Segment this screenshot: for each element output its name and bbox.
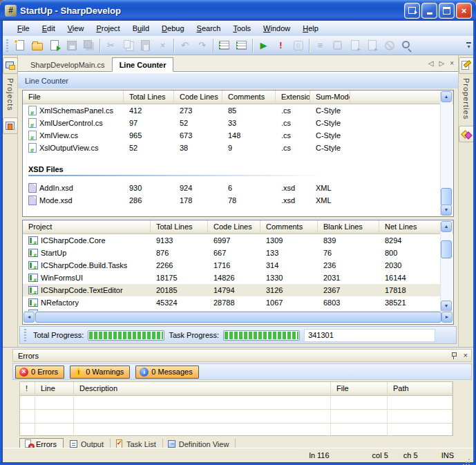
scroll-up-icon[interactable]: ▲ bbox=[441, 221, 452, 232]
scroll-down-icon[interactable]: ▼ bbox=[441, 205, 452, 216]
paste-icon bbox=[137, 38, 153, 53]
next-tab-icon[interactable]: ▷ bbox=[439, 59, 444, 67]
file-cell: .xsd bbox=[276, 194, 310, 207]
menu-item-edit[interactable]: Edit bbox=[36, 22, 61, 35]
file-cell: C-Style bbox=[310, 142, 350, 154]
column-header-project[interactable]: Project bbox=[23, 220, 151, 234]
errors-close-icon[interactable]: × bbox=[464, 352, 468, 359]
filter-button-label: 0 Errors bbox=[31, 368, 58, 376]
project-row[interactable]: ICSharpCode.TextEditor201851479431262367… bbox=[23, 284, 441, 296]
file-cell: 930 bbox=[124, 182, 174, 194]
column-header-total-lines[interactable]: Total Lines bbox=[124, 91, 174, 104]
close-tab-icon[interactable]: × bbox=[450, 59, 454, 67]
project-table-hscrollbar[interactable]: ◄ ► bbox=[23, 311, 453, 323]
column-header-code-lines[interactable]: Code Lines bbox=[208, 220, 260, 234]
project-row[interactable]: WinFormsUI18175148261330203116144 bbox=[23, 272, 441, 284]
uncomment-region-icon[interactable] bbox=[234, 38, 249, 53]
resize-grip[interactable] bbox=[461, 452, 471, 462]
new-from-template-icon[interactable] bbox=[46, 38, 62, 53]
title-bar[interactable]: # StartUp - SharpDevelop × bbox=[0, 0, 476, 21]
scroll-right-icon[interactable]: ► bbox=[441, 312, 453, 323]
project-name: NRefactory bbox=[41, 296, 79, 309]
column-header-file[interactable]: File bbox=[23, 91, 124, 104]
column-header-comments[interactable]: Comments bbox=[222, 91, 276, 104]
project-name: ICSharpCode.TextEditor bbox=[41, 284, 123, 296]
maximize-button[interactable] bbox=[439, 3, 455, 19]
properties-pad-label[interactable]: Properties bbox=[462, 78, 470, 120]
column-header-total-lines[interactable]: Total Lines bbox=[151, 220, 208, 234]
menu-item-help[interactable]: Help bbox=[296, 22, 325, 35]
menu-item-file[interactable]: File bbox=[11, 22, 36, 35]
run-icon[interactable]: ▶ bbox=[256, 38, 272, 53]
menu-item-tools[interactable]: Tools bbox=[227, 22, 257, 35]
filter-button-0-errors[interactable]: 0 Errors bbox=[15, 366, 64, 379]
projects-pad-tab[interactable] bbox=[3, 57, 18, 74]
minimize-button[interactable] bbox=[421, 3, 437, 19]
prev-tab-icon[interactable]: ◁ bbox=[428, 59, 434, 67]
open-file-icon[interactable] bbox=[29, 38, 45, 53]
project-table-scrollbar[interactable]: ▲ ▼ bbox=[440, 221, 453, 312]
menu-item-build[interactable]: Build bbox=[126, 22, 155, 35]
column-header-[interactable]: ! bbox=[20, 382, 35, 396]
file-row[interactable]: XmlView.cs965673148.csC-Style bbox=[23, 129, 441, 142]
toolbox-pad-tab[interactable] bbox=[459, 126, 474, 142]
file-row[interactable]: XmlSchemasPanel.cs41227385.csC-Style bbox=[23, 104, 441, 117]
column-header-extension[interactable]: Extension bbox=[276, 91, 310, 104]
column-header-path[interactable]: Path bbox=[388, 382, 453, 396]
classes-pad-tab[interactable] bbox=[3, 117, 18, 134]
column-header-code-lines[interactable]: Code Lines bbox=[174, 91, 222, 104]
projects-pad-label[interactable]: Projects bbox=[6, 78, 15, 111]
project-row[interactable]: StartUp87666713376800 bbox=[23, 247, 441, 259]
filter-button-0-warnings[interactable]: 0 Warnings bbox=[70, 366, 130, 379]
menu-item-debug[interactable]: Debug bbox=[155, 22, 190, 35]
file-name: Mode.xsd bbox=[39, 194, 73, 207]
file-row[interactable]: XmlUserControl.cs975233.csC-Style bbox=[23, 117, 441, 129]
scroll-thumb[interactable] bbox=[35, 312, 441, 323]
file-row[interactable]: XslOutputView.cs52389.csC-Style bbox=[23, 142, 441, 154]
project-row[interactable]: ICSharpCode.Build.Tasks22661716314236203… bbox=[23, 259, 441, 272]
scroll-down-icon[interactable]: ▼ bbox=[441, 301, 452, 312]
window-frame-left bbox=[0, 21, 3, 465]
project-row[interactable]: ICSharpCode.Core9133699713098398294 bbox=[23, 234, 441, 247]
line-counter-value: 341301 bbox=[304, 329, 435, 342]
project-cell: 667 bbox=[208, 247, 260, 259]
project-icon bbox=[28, 236, 38, 245]
column-header-file[interactable]: File bbox=[331, 382, 388, 396]
column-header-sum-mode[interactable]: Sum-Mode bbox=[310, 91, 350, 104]
abort-build-icon[interactable]: ! bbox=[273, 38, 289, 53]
scroll-thumb[interactable] bbox=[441, 188, 452, 206]
progress-grip[interactable] bbox=[24, 329, 26, 341]
toolbar-overflow-icon[interactable]: ▾ bbox=[466, 42, 471, 48]
menu-item-view[interactable]: View bbox=[61, 22, 91, 35]
menu-item-search[interactable]: Search bbox=[191, 22, 227, 35]
file-table-scrollbar[interactable]: ▲ ▼ bbox=[440, 91, 453, 216]
menu-item-window[interactable]: Window bbox=[257, 22, 296, 35]
menu-item-project[interactable]: Project bbox=[90, 22, 126, 35]
column-header-comments[interactable]: Comments bbox=[260, 220, 318, 234]
column-header-description[interactable]: Description bbox=[74, 382, 331, 396]
project-row[interactable]: NRefactory45324287881067680338521 bbox=[23, 296, 441, 309]
undock-button[interactable] bbox=[404, 3, 420, 19]
pin-icon[interactable] bbox=[450, 352, 457, 359]
search-icon[interactable] bbox=[399, 38, 415, 53]
scroll-up-icon[interactable]: ▲ bbox=[441, 91, 452, 102]
file-name: XmlUserControl.cs bbox=[39, 117, 103, 129]
app-window: # StartUp - SharpDevelop × FileEditViewP… bbox=[0, 0, 476, 465]
new-file-icon[interactable] bbox=[12, 38, 28, 53]
tab-sharpdevelopmain-cs[interactable]: SharpDevelopMain.cs bbox=[23, 58, 112, 71]
cs-file-icon bbox=[28, 131, 37, 140]
filter-button-0-messages[interactable]: 0 Messages bbox=[135, 366, 198, 379]
file-row[interactable]: AddIn.xsd9309246.xsdXML bbox=[23, 182, 441, 194]
scroll-left-icon[interactable]: ◄ bbox=[23, 312, 35, 323]
tab-line-counter[interactable]: Line Counter bbox=[112, 57, 174, 72]
toolbar-grip[interactable] bbox=[6, 39, 8, 52]
properties-pad-tab[interactable] bbox=[459, 57, 474, 74]
file-row[interactable]: Mode.xsd28617878.xsdXML bbox=[23, 194, 441, 207]
comment-region-icon[interactable] bbox=[216, 38, 232, 53]
column-header-blank-lines[interactable]: Blank Lines bbox=[318, 220, 379, 234]
window-controls: × bbox=[404, 3, 472, 19]
close-button[interactable]: × bbox=[456, 3, 472, 19]
scroll-thumb[interactable] bbox=[441, 240, 452, 258]
file-table-rows: XmlSchemasPanel.cs41227385.csC-StyleXmlU… bbox=[23, 104, 441, 216]
column-header-line[interactable]: Line bbox=[35, 382, 74, 396]
